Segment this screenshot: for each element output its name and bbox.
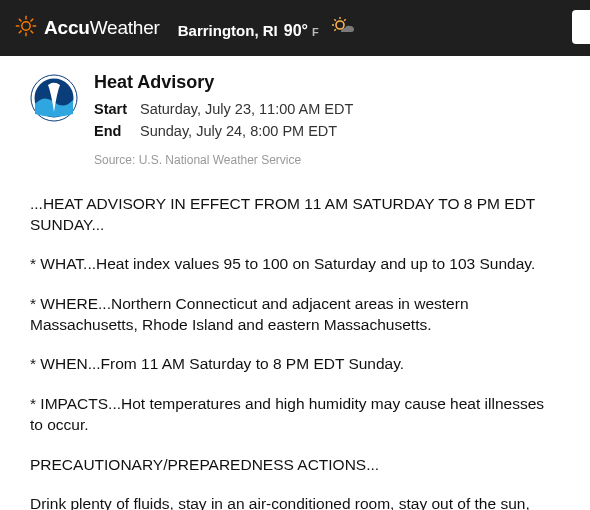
location-temp: 90° <box>284 22 308 40</box>
alert-headline: ...HEAT ADVISORY IN EFFECT FROM 11 AM SA… <box>30 193 560 236</box>
site-header: AccuWeather Barrington, RI 90° F <box>0 0 590 56</box>
svg-line-6 <box>31 31 34 34</box>
alert-precaution-text: Drink plenty of fluids, stay in an air-c… <box>30 493 560 510</box>
alert-end-value: Sunday, July 24, 8:00 PM EDT <box>140 121 337 143</box>
alert-impacts: * IMPACTS...Hot temperatures and high hu… <box>30 393 560 436</box>
alert-end-row: End Sunday, July 24, 8:00 PM EDT <box>94 121 560 143</box>
alert-meta: Heat Advisory Start Saturday, July 23, 1… <box>94 72 560 167</box>
sun-icon <box>14 14 38 42</box>
alert-precaution-heading: PRECAUTIONARY/PREPAREDNESS ACTIONS... <box>30 454 560 475</box>
brand-bold: Accu <box>44 17 90 38</box>
alert-title: Heat Advisory <box>94 72 560 93</box>
svg-line-12 <box>334 19 336 21</box>
search-button[interactable] <box>572 10 590 44</box>
alert-start-value: Saturday, July 23, 11:00 AM EDT <box>140 99 353 121</box>
alert-body: ...HEAT ADVISORY IN EFFECT FROM 11 AM SA… <box>30 193 560 511</box>
brand-logo-link[interactable]: AccuWeather <box>14 14 160 42</box>
alert-header: NOAA Heat Advisory Start Saturday, July … <box>30 72 560 167</box>
svg-line-13 <box>334 29 336 31</box>
alert-source: Source: U.S. National Weather Service <box>94 153 560 167</box>
svg-point-0 <box>22 22 30 30</box>
svg-line-5 <box>19 19 22 22</box>
brand-light: Weather <box>90 17 160 38</box>
partly-cloudy-icon <box>331 16 357 36</box>
svg-text:NOAA: NOAA <box>48 79 60 84</box>
alert-when: * WHEN...From 11 AM Saturday to 8 PM EDT… <box>30 353 560 374</box>
svg-point-9 <box>336 21 344 29</box>
alert-where: * WHERE...Northern Connecticut and adjac… <box>30 293 560 336</box>
alert-end-label: End <box>94 121 130 143</box>
svg-line-7 <box>19 31 22 34</box>
svg-line-14 <box>344 19 346 21</box>
alert-what: * WHAT...Heat index values 95 to 100 on … <box>30 253 560 274</box>
location-selector[interactable]: Barrington, RI 90° F <box>178 16 357 40</box>
alert-start-row: Start Saturday, July 23, 11:00 AM EDT <box>94 99 560 121</box>
svg-line-8 <box>31 19 34 22</box>
alert-page: NOAA Heat Advisory Start Saturday, July … <box>0 56 590 510</box>
noaa-logo-icon: NOAA <box>30 74 78 122</box>
location-temp-unit: F <box>312 26 319 38</box>
location-name: Barrington, RI <box>178 22 278 39</box>
brand-text: AccuWeather <box>44 17 160 39</box>
alert-start-label: Start <box>94 99 130 121</box>
